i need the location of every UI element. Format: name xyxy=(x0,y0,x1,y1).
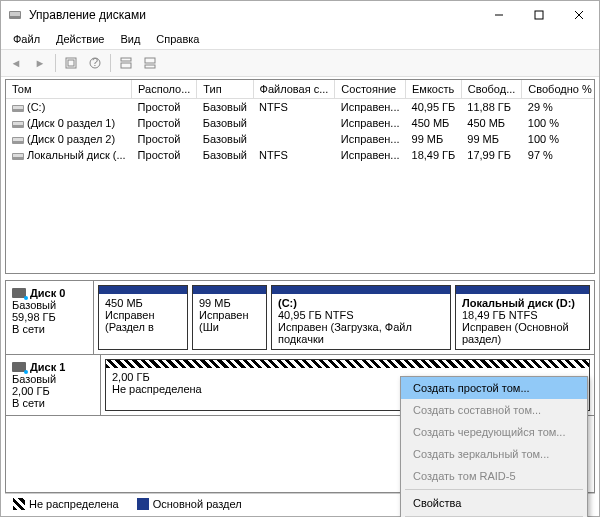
partition[interactable]: Локальный диск (D:)18,49 ГБ NTFSИсправен… xyxy=(455,285,590,350)
volume-row[interactable]: Локальный диск (...ПростойБазовыйNTFSИсп… xyxy=(6,147,595,163)
partition-title: (C:) xyxy=(278,297,444,309)
cell: 100 % xyxy=(522,131,595,147)
ctx-properties[interactable]: Свойства xyxy=(401,492,587,514)
menu-view[interactable]: Вид xyxy=(112,31,148,47)
partition-bar xyxy=(272,286,450,294)
cell: Простой xyxy=(132,147,197,163)
ctx-create-spanned-volume: Создать составной том... xyxy=(401,399,587,421)
partition[interactable]: 99 МБИсправен (Ши xyxy=(192,285,267,350)
cell: Базовый xyxy=(197,131,253,147)
disk-1-info[interactable]: Диск 1 Базовый 2,00 ГБ В сети xyxy=(6,355,101,415)
close-button[interactable] xyxy=(559,1,599,29)
svg-rect-19 xyxy=(13,138,23,141)
refresh-button[interactable] xyxy=(60,52,82,74)
list-bottom-button[interactable] xyxy=(139,52,161,74)
ctx-create-mirrored-volume: Создать зеркальный том... xyxy=(401,443,587,465)
volume-row[interactable]: (C:)ПростойБазовыйNTFSИсправен...40,95 Г… xyxy=(6,99,595,116)
disk-1-status: В сети xyxy=(12,397,94,409)
column-header[interactable]: Файловая с... xyxy=(253,80,335,99)
column-header[interactable]: Емкость xyxy=(406,80,462,99)
disk-0-status: В сети xyxy=(12,323,87,335)
cell xyxy=(253,131,335,147)
disk-row-0: Диск 0 Базовый 59,98 ГБ В сети 450 МБИсп… xyxy=(6,281,594,355)
volume-list[interactable]: ТомРасполо...ТипФайловая с...СостояниеЕм… xyxy=(5,79,595,274)
menu-help[interactable]: Справка xyxy=(148,31,207,47)
column-header[interactable]: Свобод... xyxy=(461,80,522,99)
cell: NTFS xyxy=(253,99,335,116)
legend-swatch xyxy=(137,498,149,510)
cell: 97 % xyxy=(522,147,595,163)
partition-status: Исправен (Раздел в xyxy=(105,309,181,333)
cell: Исправен... xyxy=(335,99,406,116)
window-controls xyxy=(479,1,599,29)
partition-status: Исправен (Основной раздел) xyxy=(462,321,583,345)
cell: Исправен... xyxy=(335,147,406,163)
partition-bar xyxy=(106,360,589,368)
partition[interactable]: 450 МБИсправен (Раздел в xyxy=(98,285,188,350)
forward-button[interactable]: ► xyxy=(29,52,51,74)
minimize-button[interactable] xyxy=(479,1,519,29)
volume-icon xyxy=(12,135,24,145)
cell: Простой xyxy=(132,115,197,131)
menu-file[interactable]: Файл xyxy=(5,31,48,47)
svg-rect-13 xyxy=(145,65,155,68)
context-menu: Создать простой том... Создать составной… xyxy=(400,376,588,517)
partition-bar xyxy=(99,286,187,294)
svg-rect-17 xyxy=(13,122,23,125)
ctx-create-simple-volume[interactable]: Создать простой том... xyxy=(401,377,587,399)
svg-rect-15 xyxy=(13,106,23,109)
volume-icon xyxy=(12,119,24,129)
partition-size: 450 МБ xyxy=(105,297,181,309)
svg-text:?: ? xyxy=(92,56,98,68)
partition[interactable]: (C:)40,95 ГБ NTFSИсправен (Загрузка, Фай… xyxy=(271,285,451,350)
svg-rect-21 xyxy=(13,154,23,157)
partition-size: 40,95 ГБ NTFS xyxy=(278,309,444,321)
partition-size: 99 МБ xyxy=(199,297,260,309)
cell: Базовый xyxy=(197,115,253,131)
column-header[interactable]: Свободно % xyxy=(522,80,595,99)
cell: Исправен... xyxy=(335,115,406,131)
cell: 11,88 ГБ xyxy=(461,99,522,116)
toolbar: ◄ ► ? xyxy=(1,49,599,77)
cell: Базовый xyxy=(197,147,253,163)
cell: 99 МБ xyxy=(406,131,462,147)
legend-label: Основной раздел xyxy=(153,498,242,510)
column-header[interactable]: Том xyxy=(6,80,132,99)
volume-row[interactable]: (Диск 0 раздел 1)ПростойБазовыйИсправен.… xyxy=(6,115,595,131)
cell: Простой xyxy=(132,131,197,147)
cell: (Диск 0 раздел 2) xyxy=(6,131,132,147)
help-button[interactable]: ? xyxy=(84,52,106,74)
cell: 40,95 ГБ xyxy=(406,99,462,116)
column-header[interactable]: Располо... xyxy=(132,80,197,99)
disk-0-size: 59,98 ГБ xyxy=(12,311,87,323)
volume-row[interactable]: (Диск 0 раздел 2)ПростойБазовыйИсправен.… xyxy=(6,131,595,147)
disk-0-type: Базовый xyxy=(12,299,87,311)
separator xyxy=(55,54,56,72)
cell: 18,49 ГБ xyxy=(406,147,462,163)
column-header[interactable]: Тип xyxy=(197,80,253,99)
cell: Базовый xyxy=(197,99,253,116)
back-button[interactable]: ◄ xyxy=(5,52,27,74)
svg-rect-7 xyxy=(68,60,74,66)
svg-rect-3 xyxy=(535,11,543,19)
legend-swatch xyxy=(13,498,25,510)
cell: Простой xyxy=(132,99,197,116)
menu-action[interactable]: Действие xyxy=(48,31,112,47)
svg-rect-1 xyxy=(10,12,20,16)
menubar: Файл Действие Вид Справка xyxy=(1,29,599,49)
disk-1-label: Диск 1 xyxy=(30,361,65,373)
svg-rect-10 xyxy=(121,58,131,61)
cell: Исправен... xyxy=(335,131,406,147)
titlebar: Управление дисками xyxy=(1,1,599,29)
disk-0-info[interactable]: Диск 0 Базовый 59,98 ГБ В сети xyxy=(6,281,94,354)
cell: 17,99 ГБ xyxy=(461,147,522,163)
disk-icon xyxy=(12,362,26,372)
cell: 450 МБ xyxy=(406,115,462,131)
svg-rect-11 xyxy=(121,63,131,68)
list-top-button[interactable] xyxy=(115,52,137,74)
column-header[interactable]: Состояние xyxy=(335,80,406,99)
disk-icon xyxy=(12,288,26,298)
maximize-button[interactable] xyxy=(519,1,559,29)
ctx-create-raid5-volume: Создать том RAID-5 xyxy=(401,465,587,487)
volume-icon xyxy=(12,151,24,161)
